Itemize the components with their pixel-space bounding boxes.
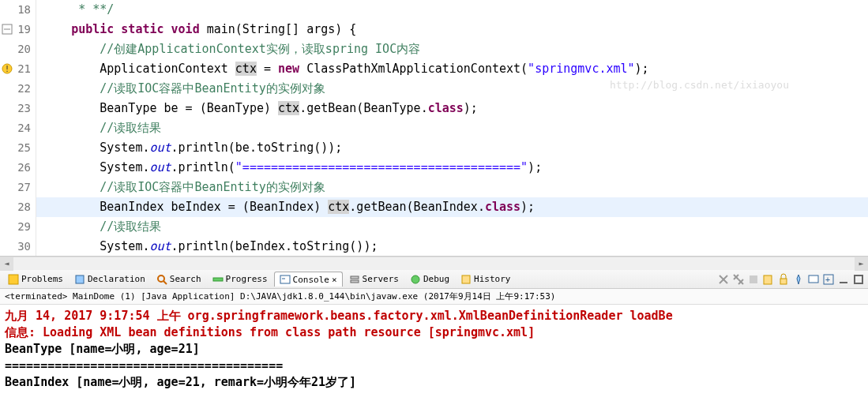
line-number: 30: [0, 237, 36, 257]
tab-search[interactable]: Search: [152, 272, 206, 287]
line-number: 24: [0, 118, 36, 138]
svg-text:!: !: [5, 65, 9, 73]
close-tab-icon[interactable]: ×: [332, 275, 337, 285]
line-gutter: 18 19 20 !21 22 23 24 25 26 27 28 29 30: [0, 0, 36, 256]
horizontal-scrollbar[interactable]: ◄ ►: [0, 257, 868, 270]
tab-problems[interactable]: Problems: [3, 272, 68, 287]
svg-rect-8: [213, 278, 223, 281]
svg-rect-24: [809, 275, 818, 283]
tab-history[interactable]: History: [456, 272, 515, 287]
pin-console-icon[interactable]: [792, 273, 805, 286]
line-number: 23: [0, 99, 36, 118]
code-editor[interactable]: 18 19 20 !21 22 23 24 25 26 27 28 29 30 …: [0, 0, 868, 257]
servers-icon: [349, 274, 360, 285]
progress-icon: [212, 274, 224, 285]
remove-all-icon[interactable]: [732, 273, 745, 286]
clear-console-icon[interactable]: [762, 273, 775, 286]
console-process-header: <terminated> MainDome (1) [Java Applicat…: [0, 289, 868, 305]
console-line: =======================================: [5, 358, 863, 374]
code-line[interactable]: public static void main(String[] args) {: [36, 20, 868, 39]
console-output[interactable]: 九月 14, 2017 9:17:54 上午 org.springframewo…: [0, 305, 868, 394]
svg-text:+: +: [825, 275, 830, 284]
svg-rect-5: [76, 275, 84, 283]
minimize-icon[interactable]: [837, 273, 850, 286]
terminate-icon[interactable]: [747, 273, 760, 286]
code-line[interactable]: //读取结果: [36, 118, 868, 138]
console-toolbar: +: [717, 273, 865, 286]
display-console-icon[interactable]: [807, 273, 820, 286]
code-line[interactable]: System.out.println(beIndex.toString());: [36, 237, 868, 256]
line-number: 18: [0, 0, 36, 20]
svg-point-6: [158, 275, 164, 282]
console-line: 信息: Loading XML bean definitions from cl…: [5, 324, 863, 341]
search-icon: [156, 274, 167, 285]
line-number: 27: [0, 178, 36, 197]
scroll-right-icon[interactable]: ►: [855, 257, 868, 271]
tab-progress[interactable]: Progress: [208, 272, 272, 287]
console-line: BeanType [name=小明, age=21]: [5, 341, 863, 358]
tab-declaration[interactable]: Declaration: [70, 272, 150, 287]
line-number: 19: [0, 20, 36, 39]
svg-rect-21: [750, 275, 757, 283]
svg-rect-22: [764, 275, 772, 284]
line-number: 20: [0, 39, 36, 59]
code-line[interactable]: //读取IOC容器中BeanEntity的实例对象: [36, 178, 868, 197]
remove-launch-icon[interactable]: [717, 273, 730, 286]
code-line[interactable]: //读取IOC容器中BeanEntity的实例对象: [36, 79, 868, 99]
code-line[interactable]: System.out.println("====================…: [36, 158, 868, 178]
svg-rect-12: [351, 280, 359, 283]
code-line[interactable]: System.out.println(be.toString());: [36, 138, 868, 158]
history-icon: [460, 274, 472, 285]
declaration-icon: [74, 274, 85, 285]
svg-line-7: [163, 281, 167, 284]
line-number: 26: [0, 158, 36, 178]
tab-console[interactable]: Console ×: [274, 272, 343, 287]
line-number: 22: [0, 79, 36, 99]
console-icon: [280, 274, 291, 285]
tab-debug[interactable]: Debug: [405, 272, 454, 287]
line-number: !21: [0, 59, 36, 79]
code-line[interactable]: ApplicationContext ctx = new ClassPathXm…: [36, 59, 868, 79]
maximize-icon[interactable]: [852, 273, 865, 286]
open-console-icon[interactable]: +: [822, 273, 835, 286]
debug-icon: [410, 274, 421, 285]
code-area[interactable]: * **/ public static void main(String[] a…: [36, 0, 868, 256]
svg-rect-11: [351, 276, 359, 279]
svg-rect-23: [780, 279, 787, 284]
fold-icon[interactable]: [2, 24, 13, 35]
code-line[interactable]: //读取结果: [36, 217, 868, 237]
console-line: BeanIndex [name=小明, age=21, remark=小明今年2…: [5, 374, 863, 391]
line-number: 25: [0, 138, 36, 158]
code-line[interactable]: //创建ApplicationContext实例，读取spring IOC内容: [36, 39, 868, 59]
svg-rect-14: [462, 275, 470, 283]
scroll-lock-icon[interactable]: [777, 273, 790, 286]
svg-rect-9: [280, 275, 290, 283]
svg-rect-4: [9, 275, 18, 284]
svg-point-13: [411, 275, 419, 283]
line-number: 29: [0, 217, 36, 237]
views-tabbar: Problems Declaration Search Progress Con…: [0, 270, 868, 289]
svg-rect-28: [855, 275, 862, 283]
console-line: 九月 14, 2017 9:17:54 上午 org.springframewo…: [5, 308, 863, 324]
code-line[interactable]: BeanType be = (BeanType) ctx.getBean(Bea…: [36, 99, 868, 118]
code-line[interactable]: * **/: [36, 0, 868, 20]
line-number: 28: [0, 197, 36, 217]
tab-servers[interactable]: Servers: [344, 272, 404, 287]
code-line[interactable]: BeanIndex beIndex = (BeanIndex) ctx.getB…: [36, 197, 868, 217]
warning-icon[interactable]: !: [2, 63, 13, 74]
scroll-left-icon[interactable]: ◄: [0, 257, 13, 271]
problems-icon: [8, 274, 19, 285]
